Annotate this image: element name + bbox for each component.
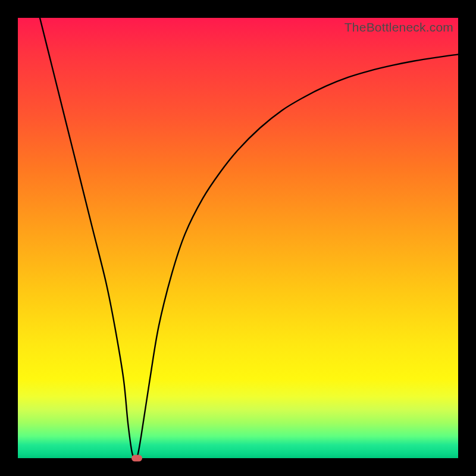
minimum-marker <box>131 455 142 462</box>
plot-area: TheBottleneck.com <box>18 18 458 458</box>
bottleneck-curve <box>18 18 458 458</box>
watermark-text: TheBottleneck.com <box>345 20 453 35</box>
chart-frame: TheBottleneck.com <box>0 0 476 476</box>
